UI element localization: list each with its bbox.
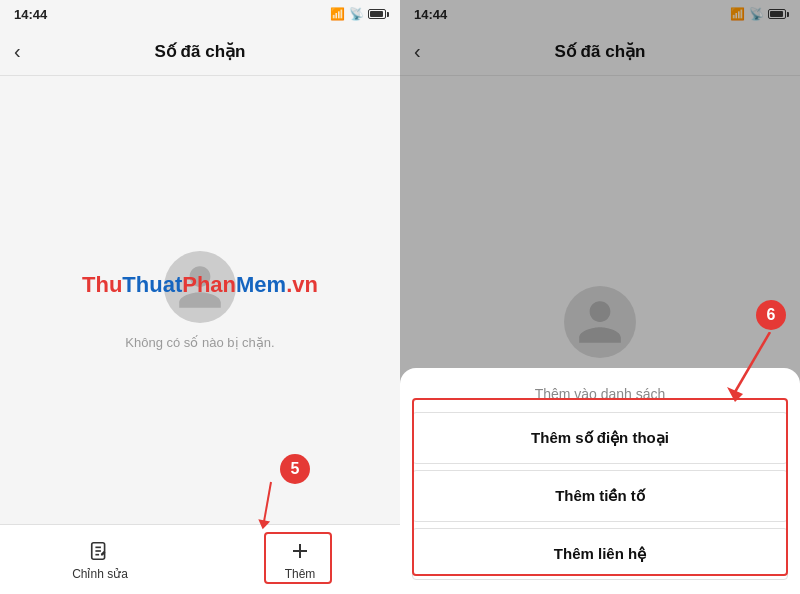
add-prefix-button[interactable]: Thêm tiền tố [412, 470, 788, 522]
edit-icon [87, 538, 113, 564]
left-empty-avatar [164, 251, 236, 323]
add-icon [287, 538, 313, 564]
left-status-icons: 📶 📡 [330, 7, 386, 21]
step-6-arrow [720, 332, 780, 402]
step-5-badge: 5 [280, 454, 310, 484]
right-panel: 14:44 📶 📡 ‹ Số đã chặn Không có số nào b… [400, 0, 800, 594]
add-label: Thêm [285, 567, 316, 581]
left-status-bar: 14:44 📶 📡 [0, 0, 400, 28]
battery-icon [368, 9, 386, 19]
step-6-badge: 6 [756, 300, 786, 330]
add-contact-button[interactable]: Thêm liên hệ [412, 528, 788, 580]
step-6-arrow-container [720, 332, 780, 406]
left-page-title: Số đã chặn [155, 41, 246, 62]
wifi-icon: 📡 [349, 7, 364, 21]
svg-line-6 [735, 332, 770, 392]
left-empty-text: Không có số nào bị chặn. [125, 335, 274, 350]
left-panel: 14:44 📶 📡 ‹ Số đã chặn Không có số nào b… [0, 0, 400, 594]
edit-button[interactable]: Chỉnh sửa [70, 538, 130, 581]
left-back-button[interactable]: ‹ [14, 40, 21, 63]
signal-icon: 📶 [330, 7, 345, 21]
left-bottom-bar: Chỉnh sửa Thêm [0, 524, 400, 594]
person-icon [174, 261, 226, 313]
left-status-time: 14:44 [14, 7, 47, 22]
svg-marker-7 [727, 387, 743, 402]
sheet-items-list: Thêm số điện thoại Thêm tiền tố Thêm liê… [400, 412, 800, 586]
add-phone-button[interactable]: Thêm số điện thoại [412, 412, 788, 464]
left-content: Không có số nào bị chặn. [0, 76, 400, 524]
left-nav-bar: ‹ Số đã chặn [0, 28, 400, 76]
add-button[interactable]: Thêm [270, 538, 330, 581]
edit-label: Chỉnh sửa [72, 567, 128, 581]
